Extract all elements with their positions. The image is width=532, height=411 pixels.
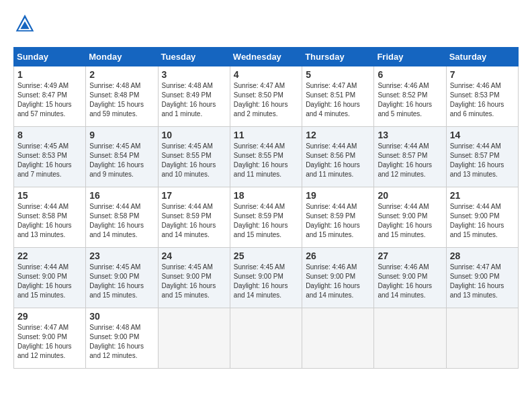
- day-info: Sunrise: 4:47 AM Sunset: 8:50 PM Dayligh…: [234, 81, 298, 119]
- day-info: Sunrise: 4:47 AM Sunset: 8:51 PM Dayligh…: [306, 81, 370, 119]
- day-number: 3: [162, 69, 226, 80]
- calendar-cell: 29Sunrise: 4:47 AM Sunset: 9:00 PM Dayli…: [14, 308, 86, 369]
- calendar-cell: 23Sunrise: 4:45 AM Sunset: 9:00 PM Dayli…: [86, 248, 158, 308]
- calendar-cell: [446, 308, 518, 369]
- day-info: Sunrise: 4:44 AM Sunset: 8:58 PM Dayligh…: [89, 202, 154, 240]
- day-info: Sunrise: 4:46 AM Sunset: 8:53 PM Dayligh…: [450, 81, 515, 119]
- calendar-cell: 11Sunrise: 4:44 AM Sunset: 8:55 PM Dayli…: [230, 127, 302, 187]
- calendar-cell: 21Sunrise: 4:44 AM Sunset: 9:00 PM Dayli…: [446, 187, 518, 248]
- day-number: 14: [450, 130, 515, 140]
- calendar-cell: [230, 308, 302, 369]
- day-number: 26: [306, 250, 370, 261]
- day-info: Sunrise: 4:44 AM Sunset: 8:59 PM Dayligh…: [306, 202, 370, 240]
- generalblue-icon: [15, 13, 35, 34]
- day-info: Sunrise: 4:45 AM Sunset: 9:00 PM Dayligh…: [234, 263, 298, 300]
- day-number: 10: [162, 130, 226, 140]
- day-info: Sunrise: 4:44 AM Sunset: 8:59 PM Dayligh…: [162, 202, 226, 240]
- day-number: 8: [17, 130, 82, 140]
- column-header-friday: Friday: [374, 48, 446, 66]
- calendar-week-2: 8Sunrise: 4:45 AM Sunset: 8:53 PM Daylig…: [14, 127, 519, 187]
- day-number: 17: [162, 190, 226, 201]
- column-header-wednesday: Wednesday: [230, 48, 302, 66]
- day-info: Sunrise: 4:44 AM Sunset: 9:00 PM Dayligh…: [450, 202, 515, 240]
- calendar-cell: 12Sunrise: 4:44 AM Sunset: 8:56 PM Dayli…: [302, 127, 374, 187]
- day-number: 1: [17, 69, 82, 80]
- calendar-cell: 8Sunrise: 4:45 AM Sunset: 8:53 PM Daylig…: [14, 127, 86, 187]
- day-info: Sunrise: 4:46 AM Sunset: 9:00 PM Dayligh…: [378, 263, 442, 300]
- day-number: 25: [234, 250, 298, 261]
- day-number: 29: [17, 311, 82, 322]
- calendar-cell: 25Sunrise: 4:45 AM Sunset: 9:00 PM Dayli…: [230, 248, 302, 308]
- day-number: 30: [89, 311, 154, 322]
- calendar-week-1: 1Sunrise: 4:49 AM Sunset: 8:47 PM Daylig…: [14, 66, 519, 127]
- calendar-cell: 30Sunrise: 4:48 AM Sunset: 9:00 PM Dayli…: [86, 308, 158, 369]
- column-header-saturday: Saturday: [446, 48, 518, 66]
- page-header: [13, 13, 519, 36]
- calendar-cell: 19Sunrise: 4:44 AM Sunset: 8:59 PM Dayli…: [302, 187, 374, 248]
- day-info: Sunrise: 4:45 AM Sunset: 8:55 PM Dayligh…: [162, 142, 226, 179]
- day-number: 5: [306, 69, 370, 80]
- calendar-cell: [302, 308, 374, 369]
- calendar-cell: 6Sunrise: 4:46 AM Sunset: 8:52 PM Daylig…: [374, 66, 446, 127]
- calendar-cell: 28Sunrise: 4:47 AM Sunset: 9:00 PM Dayli…: [446, 248, 518, 308]
- calendar-cell: 24Sunrise: 4:45 AM Sunset: 9:00 PM Dayli…: [158, 248, 230, 308]
- day-info: Sunrise: 4:45 AM Sunset: 9:00 PM Dayligh…: [89, 263, 154, 300]
- logo: [13, 13, 36, 36]
- day-number: 2: [89, 69, 154, 80]
- day-info: Sunrise: 4:45 AM Sunset: 9:00 PM Dayligh…: [162, 263, 226, 300]
- calendar-cell: 15Sunrise: 4:44 AM Sunset: 8:58 PM Dayli…: [14, 187, 86, 248]
- day-number: 7: [450, 69, 515, 80]
- day-number: 12: [306, 130, 370, 140]
- day-number: 20: [378, 190, 442, 201]
- day-info: Sunrise: 4:44 AM Sunset: 8:57 PM Dayligh…: [378, 142, 442, 179]
- calendar-week-3: 15Sunrise: 4:44 AM Sunset: 8:58 PM Dayli…: [14, 187, 519, 248]
- day-info: Sunrise: 4:44 AM Sunset: 8:57 PM Dayligh…: [450, 142, 515, 179]
- calendar-cell: 9Sunrise: 4:45 AM Sunset: 8:54 PM Daylig…: [86, 127, 158, 187]
- day-info: Sunrise: 4:47 AM Sunset: 9:00 PM Dayligh…: [17, 323, 82, 361]
- calendar-cell: 16Sunrise: 4:44 AM Sunset: 8:58 PM Dayli…: [86, 187, 158, 248]
- column-header-tuesday: Tuesday: [158, 48, 230, 66]
- day-number: 16: [89, 190, 154, 201]
- day-info: Sunrise: 4:45 AM Sunset: 8:54 PM Dayligh…: [89, 142, 154, 179]
- calendar-cell: 7Sunrise: 4:46 AM Sunset: 8:53 PM Daylig…: [446, 66, 518, 127]
- calendar-week-5: 29Sunrise: 4:47 AM Sunset: 9:00 PM Dayli…: [14, 308, 519, 369]
- calendar-cell: 18Sunrise: 4:44 AM Sunset: 8:59 PM Dayli…: [230, 187, 302, 248]
- day-number: 21: [450, 190, 515, 201]
- calendar-cell: 27Sunrise: 4:46 AM Sunset: 9:00 PM Dayli…: [374, 248, 446, 308]
- day-number: 23: [89, 250, 154, 261]
- day-info: Sunrise: 4:48 AM Sunset: 8:48 PM Dayligh…: [89, 81, 154, 119]
- calendar-cell: [374, 308, 446, 369]
- day-number: 15: [17, 190, 82, 201]
- calendar-cell: 10Sunrise: 4:45 AM Sunset: 8:55 PM Dayli…: [158, 127, 230, 187]
- day-info: Sunrise: 4:45 AM Sunset: 8:53 PM Dayligh…: [17, 142, 82, 179]
- day-info: Sunrise: 4:47 AM Sunset: 9:00 PM Dayligh…: [450, 263, 515, 300]
- calendar-cell: 3Sunrise: 4:48 AM Sunset: 8:49 PM Daylig…: [158, 66, 230, 127]
- day-number: 11: [234, 130, 298, 140]
- day-number: 19: [306, 190, 370, 201]
- calendar-cell: [158, 308, 230, 369]
- calendar-cell: 22Sunrise: 4:44 AM Sunset: 9:00 PM Dayli…: [14, 248, 86, 308]
- column-header-thursday: Thursday: [302, 48, 374, 66]
- column-header-sunday: Sunday: [14, 48, 86, 66]
- column-header-monday: Monday: [86, 48, 158, 66]
- day-info: Sunrise: 4:44 AM Sunset: 8:56 PM Dayligh…: [306, 142, 370, 179]
- calendar-cell: 20Sunrise: 4:44 AM Sunset: 9:00 PM Dayli…: [374, 187, 446, 248]
- day-number: 13: [378, 130, 442, 140]
- calendar-cell: 17Sunrise: 4:44 AM Sunset: 8:59 PM Dayli…: [158, 187, 230, 248]
- calendar-cell: 2Sunrise: 4:48 AM Sunset: 8:48 PM Daylig…: [86, 66, 158, 127]
- day-info: Sunrise: 4:46 AM Sunset: 8:52 PM Dayligh…: [378, 81, 442, 119]
- day-number: 9: [89, 130, 154, 140]
- calendar-cell: 4Sunrise: 4:47 AM Sunset: 8:50 PM Daylig…: [230, 66, 302, 127]
- calendar-week-4: 22Sunrise: 4:44 AM Sunset: 9:00 PM Dayli…: [14, 248, 519, 308]
- day-info: Sunrise: 4:48 AM Sunset: 8:49 PM Dayligh…: [162, 81, 226, 119]
- calendar-cell: 14Sunrise: 4:44 AM Sunset: 8:57 PM Dayli…: [446, 127, 518, 187]
- day-info: Sunrise: 4:48 AM Sunset: 9:00 PM Dayligh…: [89, 323, 154, 361]
- calendar-cell: 5Sunrise: 4:47 AM Sunset: 8:51 PM Daylig…: [302, 66, 374, 127]
- calendar-cell: 26Sunrise: 4:46 AM Sunset: 9:00 PM Dayli…: [302, 248, 374, 308]
- day-number: 18: [234, 190, 298, 201]
- day-info: Sunrise: 4:44 AM Sunset: 8:58 PM Dayligh…: [17, 202, 82, 240]
- calendar-cell: 13Sunrise: 4:44 AM Sunset: 8:57 PM Dayli…: [374, 127, 446, 187]
- header-row: SundayMondayTuesdayWednesdayThursdayFrid…: [14, 48, 519, 66]
- day-info: Sunrise: 4:44 AM Sunset: 8:59 PM Dayligh…: [234, 202, 298, 240]
- day-number: 22: [17, 250, 82, 261]
